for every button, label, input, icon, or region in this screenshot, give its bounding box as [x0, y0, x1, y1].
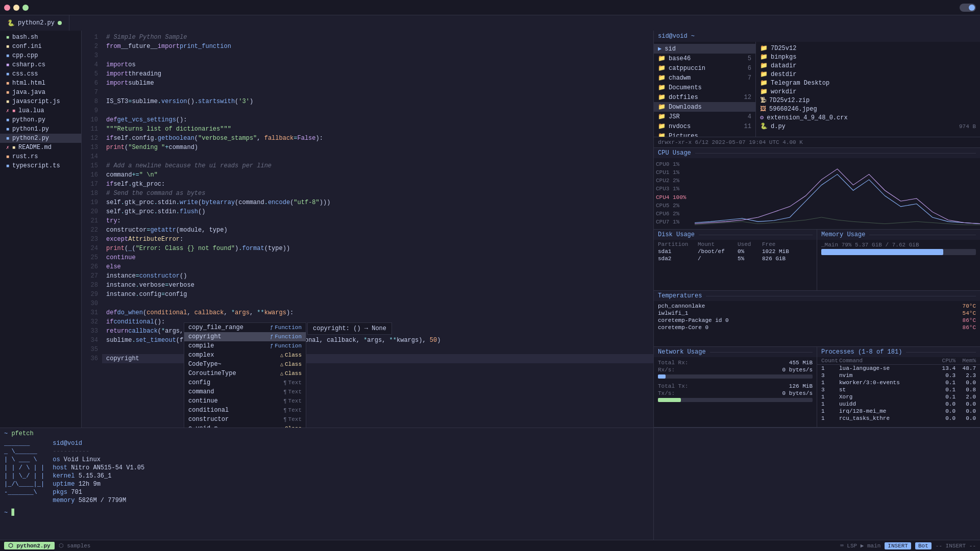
fm-row-binpkgs[interactable]: 📁 binpkgs — [756, 53, 980, 61]
minimize-window-control[interactable] — [13, 5, 19, 11]
code-line-31: def do_when(conditional, callback, *args… — [102, 308, 653, 317]
proc-row-xorg: 1 Xorg 0.1 2.0 — [817, 393, 980, 400]
pfetch-prompt: ~ pfetch — [4, 430, 34, 437]
sidebar-item-cpp[interactable]: ■ cpp.cpp — [0, 51, 81, 60]
theme-toggle[interactable] — [960, 4, 976, 12]
sidebar-item-python2[interactable]: ■ python2.py — [0, 134, 81, 143]
sidebar-item-typescript[interactable]: ■ typescript.ts — [0, 161, 81, 170]
pfetch-os: os Void Linux — [53, 456, 144, 464]
sidebar-item-conf[interactable]: ■ conf.ini — [0, 42, 81, 51]
sidebar-item-html[interactable]: ■ html.html — [0, 79, 81, 88]
sidebar-item-java[interactable]: ■ java.java — [0, 88, 81, 97]
cpu-title: CPU Usage — [654, 148, 980, 158]
sidebar-item-python[interactable]: ■ python.py — [0, 115, 81, 124]
ac-item-copyright[interactable]: copyright ƒ Function — [184, 332, 306, 341]
disk-table: Partition Mount Used Free sda1 /boot/ef … — [654, 240, 817, 263]
temp-title: Temperatures — [654, 291, 980, 301]
temp-section: Temperatures pch_cannonlake 70°C iwlwifi… — [654, 291, 980, 347]
code-editor[interactable]: # Simple Python Sample from __future__ i… — [102, 31, 653, 365]
rust-icon: ■ — [6, 154, 9, 160]
cpu-labels: CPU0 1% CPU1 1% CPU2 2% CPU3 1% CPU4 100… — [654, 158, 695, 228]
ac-item-coroutinetype[interactable]: CoroutineType △ Class — [184, 369, 306, 378]
fm-sidebar-label: dotfiles — [669, 94, 698, 101]
sidebar-item-bash[interactable]: ■ bash.sh — [0, 33, 81, 42]
fm-count: 11 — [744, 123, 751, 130]
pfetch-memory: memory 5826M / 7799M — [53, 496, 144, 505]
file-manager: sid@void ~ ▶ sid 📁 base46 5 📁 catppu — [654, 31, 980, 148]
fm-row-jpeg[interactable]: 🖼 59660246.jpeg — [756, 105, 980, 113]
fm-sidebar-documents[interactable]: 📁 Documents — [654, 83, 755, 92]
ac-item-continue[interactable]: continue ¶ Text — [184, 396, 306, 406]
close-window-control[interactable] — [4, 5, 10, 11]
autocomplete-tooltip: copyright: () → None — [307, 322, 392, 335]
tab-icon: 🐍 — [7, 19, 15, 27]
ac-item-complex[interactable]: complex △ Class — [184, 350, 306, 360]
ac-item-config[interactable]: config ¶ Text — [184, 378, 306, 387]
ac-item-conditional[interactable]: conditional ¶ Text — [184, 406, 306, 415]
tab-python2[interactable]: 🐍 python2.py — [0, 15, 69, 31]
fm-sidebar-pictures[interactable]: 📁 Pictures — [654, 131, 755, 137]
fm-sidebar-base46[interactable]: 📁 base46 5 — [654, 54, 755, 63]
fm-row-datadir[interactable]: 📁 datadir — [756, 61, 980, 70]
ac-item-compile[interactable]: compile ƒ Function — [184, 341, 306, 350]
maximize-window-control[interactable] — [22, 5, 29, 11]
code-line-2: from __future__ import print_function — [102, 42, 653, 51]
ac-item-copy-file-range[interactable]: copy_file_range ƒ Function — [184, 323, 306, 332]
pfetch-user: sid@void — [53, 439, 144, 447]
fm-sidebar-jsr[interactable]: 📁 JSR 4 — [654, 112, 755, 121]
fn-icon-2: ƒ — [270, 334, 273, 340]
ac-item-constructor[interactable]: constructor ¶ Text — [184, 415, 306, 424]
sidebar-item-python1[interactable]: ■ python1.py — [0, 124, 81, 134]
memory-bar-container: _Main 79% 5.37 GiB / 7.62 GiB — [817, 240, 980, 258]
fm-row-destdir[interactable]: 📁 destdir — [756, 70, 980, 79]
tooltip-text: copyright: () → None — [313, 325, 386, 332]
fm-row-crx[interactable]: ⚙ extension_4_9_48_0.crx — [756, 113, 980, 122]
fm-row-dpy[interactable]: 🐍 d.py 974 B — [756, 122, 980, 131]
fm-sidebar-sid[interactable]: ▶ sid — [654, 44, 755, 54]
disk-mem-section: Disk Usage Partition Mount Used Free sda… — [654, 230, 980, 291]
fm-row-7d25zip[interactable]: 🗜 7D25v12.zip — [756, 96, 980, 105]
sidebar-item-label: conf.ini — [12, 43, 42, 50]
sidebar-item-csharp[interactable]: ■ csharp.cs — [0, 60, 81, 69]
proc-row-st: 3 st 0.1 0.8 — [817, 386, 980, 393]
sidebar-item-label: javascript.js — [12, 98, 60, 105]
net-rx-bar-fill — [658, 374, 666, 379]
text-icon-3: ¶ — [284, 398, 287, 404]
terminal-prompt-2[interactable]: ~ ▊ — [4, 509, 649, 516]
fm-row-workdir[interactable]: 📁 workdir — [756, 87, 980, 96]
fm-sidebar-downloads[interactable]: 📁 Downloads — [654, 102, 755, 112]
class-icon-3: △ — [280, 370, 283, 377]
fm-row-7d25v12[interactable]: 📁 7D25v12 — [756, 44, 980, 53]
fm-sidebar-catppuccin[interactable]: 📁 catppuccin 6 — [654, 63, 755, 73]
fm-row-telegram[interactable]: 📁 Telegram Desktop — [756, 79, 980, 87]
sidebar-item-lua[interactable]: ✗ ■ lua.lua — [0, 106, 81, 115]
ac-item-command[interactable]: command ¶ Text — [184, 387, 306, 396]
fm-sidebar-dotfiles[interactable]: 📁 dotfiles 12 — [654, 92, 755, 102]
sidebar-item-label: css.css — [12, 70, 38, 78]
autocomplete-popup[interactable]: copy_file_range ƒ Function copyright ƒ F… — [184, 322, 306, 428]
editor-content[interactable]: 12345 678910 1112131415 1617181920 21222… — [82, 31, 653, 428]
terminal-left[interactable]: ~ pfetch _______ _ \______ | \ ___ \ | |… — [0, 428, 653, 540]
ac-item-cvoidp[interactable]: c_void_p △ Class — [184, 424, 306, 428]
sidebar-item-js[interactable]: ■ javascript.js — [0, 97, 81, 106]
proc-title-text: Processes (1-8 of 181) — [821, 348, 902, 356]
fm-count: 6 — [748, 65, 751, 72]
sidebar-item-label: python2.py — [12, 135, 49, 142]
cpu1-label: CPU1 1% — [656, 169, 693, 176]
fm-sidebar-label: sid — [665, 45, 676, 53]
fm-sidebar-label: JSR — [669, 113, 680, 120]
fm-sidebar-label: Documents — [669, 84, 702, 91]
net-rx-rate: Rx/s: 0 bytes/s — [658, 366, 813, 373]
cpu-section: CPU Usage CPU0 1% CPU1 1% CPU2 2% CPU3 1… — [654, 148, 980, 230]
fm-sidebar-chadwm[interactable]: 📁 chadwm 7 — [654, 73, 755, 83]
fm-sidebar-nvdocs[interactable]: 📁 nvdocs 11 — [654, 121, 755, 131]
folder-icon-main: 📁 — [760, 53, 768, 61]
sidebar-item-label: rust.rs — [12, 153, 38, 160]
sidebar-item-css[interactable]: ■ css.css — [0, 69, 81, 79]
terminal-right[interactable] — [653, 428, 980, 540]
sidebar-item-readme[interactable]: ✗ ■ README.md — [0, 143, 81, 152]
sidebar-item-rust[interactable]: ■ rust.rs — [0, 152, 81, 161]
ac-item-codetype[interactable]: CodeType~ △ Class — [184, 360, 306, 369]
terminal-prompt-header: ~ pfetch — [4, 430, 649, 437]
network-section: Network Usage Total Rx: 455 MiB Rx/s: 0 … — [654, 347, 817, 428]
